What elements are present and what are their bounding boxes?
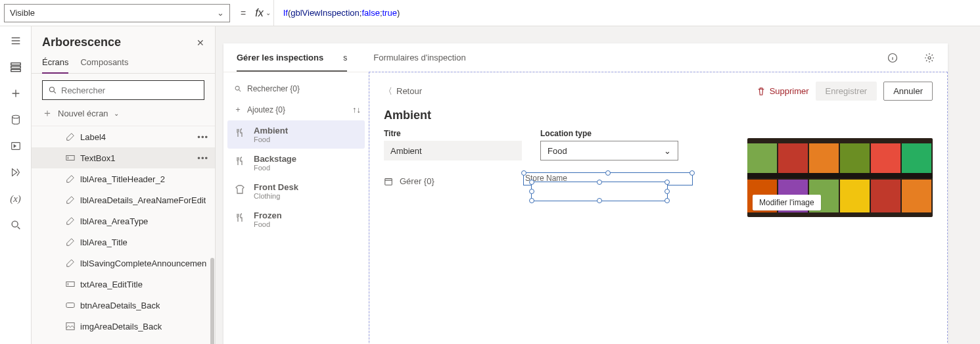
list-item[interactable]: BackstageFood [227, 149, 365, 177]
tree-item[interactable]: txtArea_EditTitle [32, 274, 215, 295]
new-screen-button[interactable]: ＋ Nouvel écran ⌄ [32, 104, 215, 126]
svg-rect-2 [11, 70, 20, 72]
shirt-icon [234, 184, 246, 195]
power-automate-icon[interactable] [9, 166, 22, 179]
list-item-title: Front Desk [254, 182, 298, 192]
tree-search[interactable] [42, 80, 204, 100]
location-type-select[interactable]: Food ⌄ [540, 141, 678, 160]
hamburger-icon[interactable] [9, 34, 22, 47]
resize-handle[interactable] [605, 170, 611, 176]
selection-outline[interactable] [531, 182, 668, 201]
back-button[interactable]: 〈 Retour [384, 86, 422, 97]
tab-screens[interactable]: Écrans [42, 53, 68, 74]
tree-item-label: imgAreaDetails_Back [80, 322, 162, 332]
svg-rect-19 [840, 143, 870, 173]
gear-icon[interactable] [924, 53, 935, 63]
tab-sublabel: s [343, 53, 347, 62]
title-input[interactable]: Ambient [384, 141, 522, 160]
resize-handle[interactable] [529, 198, 534, 203]
tree-view-icon[interactable] [9, 61, 22, 74]
tree-item-label: lblSavingCompleteAnnouncemen [80, 258, 206, 268]
list-add[interactable]: ＋ Ajoutez {0} ↑↓ [227, 99, 365, 120]
new-screen-label: Nouvel écran [58, 109, 108, 118]
insert-icon[interactable] [9, 87, 22, 100]
cancel-button[interactable]: Annuler [883, 82, 933, 101]
resize-handle[interactable] [597, 180, 602, 185]
label-icon [66, 237, 75, 247]
tree-item[interactable]: imgAreaDetails_Back [32, 316, 215, 337]
list-item[interactable]: AmbientFood [227, 120, 365, 149]
tree-item[interactable]: TextBox1 ••• [32, 147, 215, 168]
list-item[interactable]: Front DeskClothing [227, 177, 365, 205]
svg-rect-21 [902, 143, 931, 173]
tree-item-label: lblArea_Title [80, 237, 128, 247]
tab-inspection-forms[interactable]: Formulaires d'inspection [373, 53, 466, 62]
resize-handle[interactable] [689, 170, 695, 176]
tree-item[interactable]: lblArea_AreaType [32, 210, 215, 232]
sort-icon[interactable]: ↑↓ [352, 105, 361, 114]
svg-rect-16 [747, 143, 777, 173]
more-icon[interactable]: ••• [197, 132, 208, 142]
tree-item[interactable]: lblAreaDetails_AreaNameForEdit [32, 189, 215, 210]
tree-item[interactable]: Label4 ••• [32, 126, 215, 147]
textbox-icon [66, 153, 75, 162]
tree-panel: Arborescence ✕ Écrans Composants ＋ Nouve… [32, 26, 216, 344]
svg-rect-7 [66, 156, 74, 160]
delete-button[interactable]: Supprimer [757, 86, 809, 96]
utensils-icon [234, 127, 246, 139]
tab-manage-inspections[interactable]: Gérer les inspections s [237, 45, 347, 72]
close-icon[interactable]: ✕ [197, 37, 204, 48]
save-button[interactable]: Enregistrer [816, 82, 877, 101]
resize-handle[interactable] [521, 170, 526, 176]
left-rail: (x) [0, 26, 32, 344]
formula-input[interactable]: If(gblViewInspection; false; true) [273, 0, 980, 26]
tree-item[interactable]: lblArea_Title [32, 232, 215, 253]
tree-item[interactable]: lblArea_TitleHeader_2 [32, 168, 215, 189]
search-icon[interactable] [9, 218, 22, 232]
svg-rect-9 [66, 303, 74, 308]
inspection-list: Rechercher {0} ＋ Ajoutez {0} ↑↓ AmbientF… [223, 72, 369, 344]
tree-item[interactable]: lblSavingCompleteAnnouncemen [32, 253, 215, 274]
field-title-label: Titre [384, 129, 522, 138]
utensils-icon [234, 212, 246, 224]
tree-item[interactable]: btnAreaDetails_Back [32, 295, 215, 316]
resize-handle[interactable] [665, 189, 670, 194]
variables-icon[interactable]: (x) [9, 192, 22, 205]
list-search[interactable]: Rechercher {0} [227, 79, 365, 99]
formula-token-id: gblViewInspection [291, 8, 360, 18]
canvas[interactable]: Gérer les inspections s Formulaires d'in… [216, 26, 980, 344]
resize-handle[interactable] [529, 189, 534, 194]
search-icon [234, 85, 242, 93]
tab-components[interactable]: Composants [80, 53, 128, 73]
chevron-down-icon: ⌄ [266, 9, 271, 16]
resize-handle[interactable] [529, 180, 534, 185]
resize-handle[interactable] [597, 198, 602, 203]
modify-image-button[interactable]: Modifier l'image [753, 195, 821, 210]
data-icon[interactable] [9, 113, 22, 126]
media-icon[interactable] [9, 139, 22, 153]
tree-search-input[interactable] [61, 86, 198, 95]
tree-item-label: lblArea_TitleHeader_2 [80, 174, 165, 184]
utensils-icon [234, 155, 246, 167]
svg-rect-28 [902, 180, 931, 212]
tree-item-label: txtArea_EditTitle [80, 280, 143, 289]
scrollbar-thumb[interactable] [210, 258, 214, 344]
fx-button[interactable]: fx ⌄ [252, 7, 273, 19]
info-icon[interactable] [887, 53, 898, 63]
property-dropdown[interactable]: Visible ⌄ [4, 4, 230, 22]
textbox-icon [66, 280, 75, 289]
tree-item-label: TextBox1 [80, 153, 115, 163]
app-preview: Gérer les inspections s Formulaires d'in… [223, 43, 948, 344]
list-item-sub: Food [254, 135, 288, 143]
list-item[interactable]: FrozenFood [227, 205, 365, 233]
svg-rect-27 [871, 180, 900, 212]
resize-handle[interactable] [665, 198, 670, 203]
formula-token-fn: If [283, 8, 288, 18]
list-item-sub: Food [254, 164, 296, 172]
location-type-value: Food [548, 146, 567, 156]
tree-item-label: btnAreaDetails_Back [80, 301, 160, 310]
area-image: Modifier l'image [747, 138, 933, 217]
svg-point-6 [49, 87, 54, 91]
resize-handle[interactable] [665, 180, 670, 185]
more-icon[interactable]: ••• [197, 153, 208, 163]
